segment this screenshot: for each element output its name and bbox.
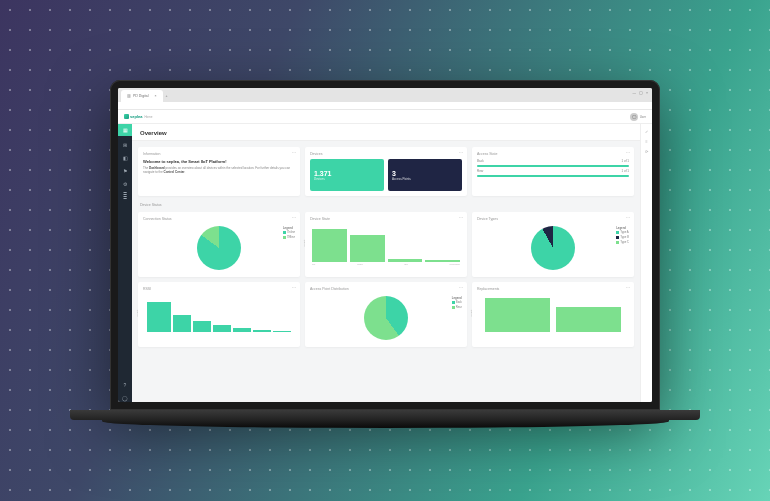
card-heading: Replacements bbox=[477, 287, 629, 291]
stat-devices[interactable]: 1.371 Devices bbox=[310, 159, 384, 191]
card-heading: RSSI bbox=[143, 287, 295, 291]
section-label: Device Status bbox=[138, 201, 634, 207]
app-header: seplea Home ◯ User bbox=[118, 110, 652, 124]
right-sidebar: ⤢ ≡ ⟳ bbox=[640, 124, 652, 402]
stat-value: 3 bbox=[392, 170, 458, 177]
card-heading: Access State bbox=[477, 152, 629, 156]
card-menu-icon[interactable]: ⋯ bbox=[292, 285, 296, 290]
card-menu-icon[interactable]: ⋯ bbox=[292, 215, 296, 220]
brand-logo[interactable]: seplea bbox=[124, 114, 142, 119]
card-heading: Connection Status bbox=[143, 217, 295, 221]
sidebar-item-account[interactable]: ◯ bbox=[121, 394, 129, 402]
filter-icon[interactable]: ≡ bbox=[644, 138, 650, 144]
pie-chart bbox=[364, 296, 408, 340]
card-device-types: Device Types Legend Type A Type B Type C bbox=[472, 212, 634, 277]
sidebar-item-logs[interactable]: ≣ bbox=[121, 193, 129, 201]
user-name: User bbox=[640, 115, 646, 119]
window-close-icon[interactable]: × bbox=[646, 91, 648, 99]
main-content: Overview Information Welcome to seplea, … bbox=[132, 124, 640, 402]
bar-chart bbox=[312, 224, 460, 262]
chart-legend: Legend Back Rear bbox=[452, 296, 462, 310]
card-connection-status: Connection Status Legend Online Offline … bbox=[138, 212, 300, 277]
breadcrumb[interactable]: Home bbox=[144, 115, 152, 119]
card-menu-icon[interactable]: ⋯ bbox=[459, 215, 463, 220]
brand-name: seplea bbox=[130, 114, 142, 119]
bar-chart bbox=[479, 294, 627, 332]
card-menu-icon[interactable]: ⋯ bbox=[626, 215, 630, 220]
browser-tab[interactable]: ▥ PD Digital × bbox=[121, 90, 163, 102]
card-heading: Access Point Distribution bbox=[310, 287, 462, 291]
card-devices-summary: Devices 1.371 Devices 3 Access Points bbox=[305, 147, 467, 196]
sidebar-item-settings[interactable]: ⚙ bbox=[121, 180, 129, 188]
access-row: Rear 1 of 1 bbox=[477, 169, 629, 173]
avatar[interactable]: ◯ bbox=[630, 113, 638, 121]
card-information: Information Welcome to seplea, the Smart… bbox=[138, 147, 300, 196]
bar-chart bbox=[147, 294, 291, 332]
stat-value: 1.371 bbox=[314, 170, 380, 177]
info-description: The Dashboard provides an overview about… bbox=[143, 166, 295, 174]
y-axis-label: Count bbox=[136, 309, 139, 316]
card-menu-icon[interactable]: ⋯ bbox=[626, 285, 630, 290]
tab-close-icon[interactable]: × bbox=[155, 94, 157, 98]
stat-access-points[interactable]: 3 Access Points bbox=[388, 159, 462, 191]
tab-title: PD Digital bbox=[133, 94, 149, 98]
y-axis-label: Count bbox=[303, 239, 306, 246]
card-heading: Device State bbox=[310, 217, 462, 221]
stat-label: Devices bbox=[314, 177, 380, 181]
logo-mark-icon bbox=[124, 114, 129, 119]
card-menu-icon[interactable]: ⋯ bbox=[292, 150, 296, 155]
access-row: Back 1 of 1 bbox=[477, 159, 629, 163]
user-icon: ◯ bbox=[632, 114, 636, 119]
card-access-point-distribution: Access Point Distribution Legend Back Re… bbox=[305, 282, 467, 347]
sidebar-item-help[interactable]: ? bbox=[121, 381, 129, 389]
window-minimize-icon[interactable]: — bbox=[632, 91, 636, 99]
card-rssi: RSSI Count bbox=[138, 282, 300, 347]
x-axis: Ok Warn Err Unknown bbox=[310, 262, 462, 266]
sidebar-item-map[interactable]: ◧ bbox=[121, 154, 129, 162]
card-menu-icon[interactable]: ⋯ bbox=[459, 150, 463, 155]
pie-chart bbox=[197, 226, 241, 270]
refresh-icon[interactable]: ⟳ bbox=[644, 148, 650, 154]
welcome-text: Welcome to seplea, the Smart IIoT Platfo… bbox=[143, 159, 295, 164]
card-replacements: Replacements Count ⋯ bbox=[472, 282, 634, 347]
y-axis-label: Count bbox=[470, 309, 473, 316]
card-heading: Devices bbox=[310, 152, 462, 156]
card-device-state: Device State Count Ok bbox=[305, 212, 467, 277]
tab-favicon: ▥ bbox=[127, 94, 131, 98]
browser-tab-strip: ▥ PD Digital × + — ▢ × bbox=[118, 88, 652, 102]
card-menu-icon[interactable]: ⋯ bbox=[459, 285, 463, 290]
chart-legend: Legend Online Offline bbox=[283, 226, 295, 240]
pie-chart bbox=[531, 226, 575, 270]
stat-label: Access Points bbox=[392, 177, 458, 181]
sidebar-item-devices[interactable]: ⊞ bbox=[121, 141, 129, 149]
left-sidebar: ▦ ⊞ ◧ ⚑ ⚙ ≣ ? ◯ bbox=[118, 124, 132, 402]
laptop-mockup: ▥ PD Digital × + — ▢ × s bbox=[110, 80, 660, 450]
card-heading: Device Types bbox=[477, 217, 629, 221]
new-tab-button[interactable]: + bbox=[163, 90, 171, 102]
chart-legend: Legend Type A Type B Type C bbox=[616, 226, 629, 245]
laptop-base bbox=[70, 410, 700, 450]
browser-address-bar[interactable] bbox=[118, 102, 652, 110]
window-maximize-icon[interactable]: ▢ bbox=[639, 91, 643, 99]
page-title: Overview bbox=[132, 124, 640, 141]
card-menu-icon[interactable]: ⋯ bbox=[626, 150, 630, 155]
sidebar-item-dashboard[interactable]: ▦ bbox=[118, 124, 132, 136]
card-access-state: Access State Back 1 of 1 Rear 1 of 1 bbox=[472, 147, 634, 196]
expand-icon[interactable]: ⤢ bbox=[644, 128, 650, 134]
card-heading: Information bbox=[143, 152, 295, 156]
sidebar-item-alerts[interactable]: ⚑ bbox=[121, 167, 129, 175]
